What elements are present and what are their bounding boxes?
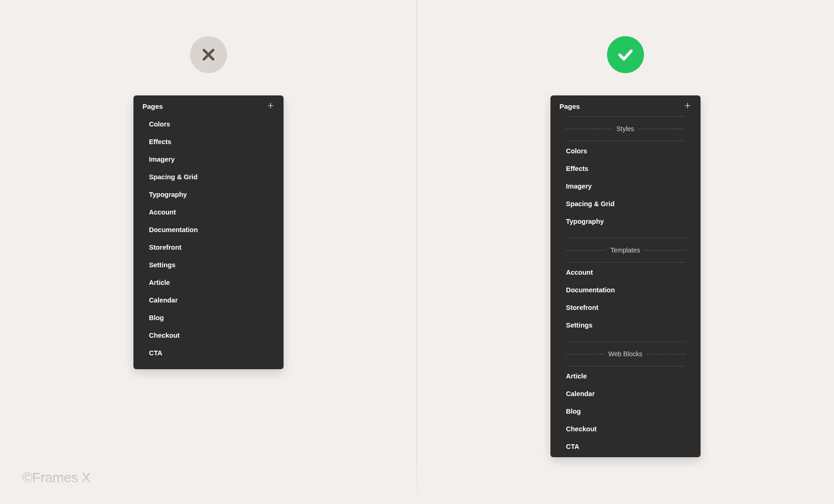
- dashed-line: [639, 129, 685, 129]
- page-item[interactable]: Checkout: [143, 327, 274, 344]
- section-header-styles: Styles: [560, 116, 691, 141]
- section-divider: [566, 366, 685, 366]
- section-label[interactable]: Web Blocks: [608, 350, 643, 358]
- page-item[interactable]: Documentation: [560, 281, 691, 299]
- pages-panel-flat: Pages Colors Effects Imagery Spacing & G…: [133, 95, 284, 369]
- dashed-line: [566, 354, 604, 354]
- page-item[interactable]: Typography: [560, 213, 691, 230]
- page-item[interactable]: Checkout: [560, 420, 691, 438]
- page-item[interactable]: Blog: [143, 309, 274, 327]
- check-icon: [616, 45, 635, 64]
- dashed-line: [647, 354, 684, 354]
- add-page-button[interactable]: [683, 101, 692, 111]
- panel-title: Pages: [143, 102, 163, 110]
- page-item[interactable]: Account: [143, 203, 274, 221]
- dashed-line: [566, 250, 606, 251]
- pages-panel-grouped: Pages Styles: [550, 95, 701, 457]
- x-icon: [199, 45, 218, 64]
- section-label[interactable]: Templates: [611, 246, 640, 254]
- dashed-line: [566, 129, 612, 129]
- copyright: ©Frames X: [22, 470, 91, 485]
- plus-icon: [683, 101, 692, 111]
- page-item[interactable]: Calendar: [560, 385, 691, 403]
- page-item[interactable]: Colors: [560, 142, 691, 160]
- section-divider: [566, 141, 685, 141]
- page-item[interactable]: Storefront: [143, 239, 274, 256]
- right-example-column: Pages Styles: [417, 0, 834, 457]
- panel-header: Pages: [550, 95, 701, 115]
- section-label[interactable]: Styles: [616, 125, 634, 132]
- page-item[interactable]: Calendar: [143, 291, 274, 309]
- page-item[interactable]: Effects: [143, 133, 274, 151]
- panel-body: Styles Colors Effects Imagery Spacing & …: [550, 116, 701, 457]
- page-item[interactable]: Spacing & Grid: [560, 195, 691, 213]
- x-badge: [190, 36, 227, 73]
- add-page-button[interactable]: [266, 101, 275, 111]
- panel-title: Pages: [560, 102, 580, 110]
- page-item[interactable]: Spacing & Grid: [143, 168, 274, 186]
- page-item[interactable]: Typography: [143, 186, 274, 203]
- dashed-line: [644, 250, 684, 251]
- page-item[interactable]: Article: [560, 367, 691, 385]
- page-item[interactable]: Settings: [560, 316, 691, 334]
- page-item[interactable]: Storefront: [560, 299, 691, 316]
- page-item[interactable]: Settings: [143, 256, 274, 274]
- page-item[interactable]: Colors: [143, 115, 274, 133]
- left-example-column: Pages Colors Effects Imagery Spacing & G…: [0, 0, 417, 369]
- page-item[interactable]: Documentation: [143, 221, 274, 239]
- panel-header: Pages: [133, 95, 284, 115]
- section-header-templates: Templates: [560, 238, 691, 263]
- page-item[interactable]: CTA: [560, 438, 691, 455]
- page-item[interactable]: Account: [560, 264, 691, 281]
- section-header-web-blocks: Web Blocks: [560, 341, 691, 366]
- page-item[interactable]: Blog: [560, 403, 691, 420]
- page-item[interactable]: Imagery: [143, 151, 274, 168]
- page-item[interactable]: CTA: [143, 344, 274, 362]
- section-divider: [566, 262, 685, 263]
- page-item[interactable]: Article: [143, 274, 274, 291]
- page-item[interactable]: Imagery: [560, 177, 691, 195]
- check-badge: [607, 36, 644, 73]
- plus-icon: [266, 101, 275, 111]
- panel-body: Colors Effects Imagery Spacing & Grid Ty…: [133, 115, 284, 369]
- page-item[interactable]: Effects: [560, 160, 691, 177]
- bottom-fade-overlay: [0, 462, 834, 504]
